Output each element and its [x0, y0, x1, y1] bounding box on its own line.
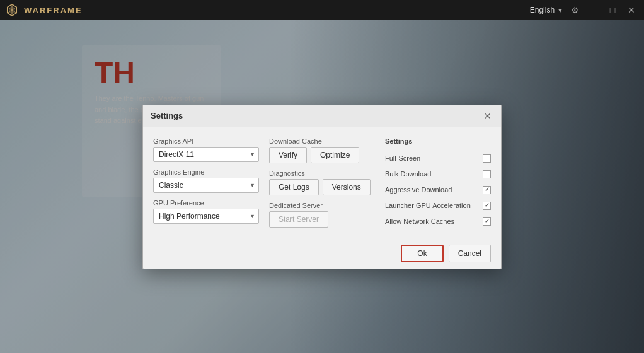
minimize-icon: —	[589, 5, 598, 15]
launcher-gpu-row: Launcher GPU Acceleration	[385, 201, 491, 211]
chevron-down-icon: ▼	[557, 7, 563, 14]
graphics-engine-dropdown-wrapper: Classic ▼	[153, 178, 259, 193]
aggressive-download-row: Aggressive Download	[385, 185, 491, 195]
download-cache-buttons: Verify Optimize	[269, 147, 375, 163]
ok-button[interactable]: Ok	[401, 245, 443, 262]
launcher-gpu-label: Launcher GPU Acceleration	[385, 202, 478, 209]
dedicated-server-group: Dedicated Server Start Server	[269, 202, 375, 228]
graphics-api-label: Graphics API	[153, 137, 259, 145]
diagnostics-buttons: Get Logs Versions	[269, 179, 375, 195]
gpu-preference-label: GPU Preference	[153, 199, 259, 207]
graphics-engine-group: Graphics Engine Classic ▼	[153, 168, 259, 193]
dialog-close-button[interactable]: ✕	[482, 110, 493, 122]
bulk-download-row: Bulk Download	[385, 170, 491, 179]
launcher-gpu-checkbox[interactable]	[483, 202, 491, 210]
dialog-titlebar: Settings ✕	[143, 105, 501, 127]
minimize-button[interactable]: —	[586, 3, 601, 18]
graphics-settings-col: Graphics API DirectX 11 ▼ Graphics Engin…	[153, 137, 259, 228]
full-screen-row: Full-Screen	[385, 154, 491, 163]
verify-button[interactable]: Verify	[269, 147, 307, 163]
graphics-engine-dropdown[interactable]: Classic	[153, 178, 259, 193]
dialog-footer: Ok Cancel	[143, 238, 501, 269]
titlebar: WARFRAME English ▼ ⚙ — □ ✕	[0, 0, 644, 20]
dedicated-server-buttons: Start Server	[269, 211, 375, 228]
gear-icon: ⚙	[571, 5, 579, 15]
titlebar-left: WARFRAME	[5, 3, 83, 17]
allow-network-label: Allow Network Caches	[385, 217, 478, 225]
bulk-download-label: Bulk Download	[385, 170, 478, 178]
app-title: WARFRAME	[24, 6, 83, 15]
graphics-api-dropdown-wrapper: DirectX 11 ▼	[153, 147, 259, 162]
background-scene: TH They are the Tenno. Masters of gun an…	[0, 20, 644, 353]
close-icon: ✕	[484, 111, 492, 121]
maximize-icon: □	[610, 5, 615, 15]
language-label: English	[530, 6, 555, 14]
graphics-api-dropdown[interactable]: DirectX 11	[153, 147, 259, 162]
download-settings-col: Download Cache Verify Optimize Diagnosti…	[269, 137, 375, 228]
gpu-preference-dropdown[interactable]: High Performance	[153, 209, 259, 224]
modal-overlay: Settings ✕ Graphics API DirectX 11	[0, 20, 644, 353]
aggressive-download-label: Aggressive Download	[385, 186, 478, 194]
dialog-title: Settings	[151, 111, 183, 120]
diagnostics-group: Diagnostics Get Logs Versions	[269, 170, 375, 195]
language-selector[interactable]: English ▼	[530, 6, 563, 14]
checkboxes-header: Settings	[385, 137, 491, 145]
titlebar-right: English ▼ ⚙ — □ ✕	[530, 3, 639, 18]
allow-network-row: Allow Network Caches	[385, 217, 491, 226]
settings-button[interactable]: ⚙	[567, 3, 582, 18]
maximize-button[interactable]: □	[605, 3, 620, 18]
dialog-body: Graphics API DirectX 11 ▼ Graphics Engin…	[143, 127, 501, 238]
app-logo-icon	[5, 3, 19, 17]
graphics-api-group: Graphics API DirectX 11 ▼	[153, 137, 259, 162]
get-logs-button[interactable]: Get Logs	[269, 179, 319, 195]
start-server-button[interactable]: Start Server	[269, 211, 328, 228]
settings-dialog: Settings ✕ Graphics API DirectX 11	[142, 105, 502, 269]
diagnostics-label: Diagnostics	[269, 170, 375, 177]
window-close-button[interactable]: ✕	[624, 3, 639, 18]
aggressive-download-checkbox[interactable]	[483, 186, 491, 194]
dedicated-server-label: Dedicated Server	[269, 202, 375, 209]
optimize-button[interactable]: Optimize	[311, 147, 359, 163]
close-icon: ✕	[628, 5, 635, 15]
full-screen-label: Full-Screen	[385, 154, 478, 162]
cancel-button[interactable]: Cancel	[449, 245, 491, 262]
gpu-preference-group: GPU Preference High Performance ▼	[153, 199, 259, 224]
checkbox-settings-col: Settings Full-Screen Bulk Download Aggre…	[385, 137, 491, 228]
full-screen-checkbox[interactable]	[483, 154, 491, 163]
allow-network-checkbox[interactable]	[483, 217, 491, 226]
download-cache-label: Download Cache	[269, 137, 375, 145]
gpu-preference-dropdown-wrapper: High Performance ▼	[153, 209, 259, 224]
bulk-download-checkbox[interactable]	[483, 170, 491, 178]
graphics-engine-label: Graphics Engine	[153, 168, 259, 176]
download-cache-group: Download Cache Verify Optimize	[269, 137, 375, 163]
versions-button[interactable]: Versions	[323, 179, 371, 195]
